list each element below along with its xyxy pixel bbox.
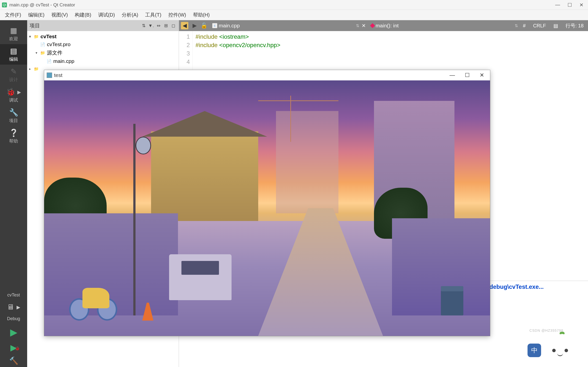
- function-selector[interactable]: main(): int: [368, 23, 401, 29]
- opencv-title-bar[interactable]: test — ☐ ✕: [44, 70, 490, 80]
- folder-icon: 📁: [40, 50, 45, 55]
- grid-icon: ▦: [0, 26, 27, 35]
- nav-forward-button[interactable]: ▶: [191, 22, 198, 29]
- run-button[interactable]: ▶: [10, 324, 17, 341]
- mode-welcome[interactable]: ▦欢迎: [0, 24, 27, 44]
- menu-help[interactable]: 帮助(H): [190, 10, 213, 20]
- menu-file[interactable]: 文件(F): [1, 10, 25, 20]
- mode-welcome-label: 欢迎: [9, 36, 18, 41]
- status-position[interactable]: 行号: 18: [563, 22, 586, 29]
- mode-edit[interactable]: ▤编辑: [0, 44, 27, 65]
- dropdown-icon[interactable]: ⇅: [141, 23, 147, 29]
- opencv-window[interactable]: test — ☐ ✕: [44, 70, 490, 336]
- debug-run-button[interactable]: ▶🐞: [10, 341, 17, 354]
- app-icon: Qt: [2, 2, 7, 7]
- menu-widgets[interactable]: 控件(W): [165, 10, 190, 20]
- title-bar: Qt main.cpp @ cvTest - Qt Creator — ☐ ✕: [0, 0, 588, 10]
- chevron-down-icon[interactable]: ▾: [36, 51, 40, 55]
- code-include: <opencv2/opencv.hpp>: [219, 42, 280, 48]
- popup-close-button[interactable]: ✕: [480, 72, 484, 78]
- opencv-image-content: [44, 80, 490, 336]
- mode-projects-label: 项目: [9, 118, 18, 123]
- project-header-label: 项目: [30, 22, 139, 29]
- ime-indicator[interactable]: 中: [528, 344, 541, 357]
- kit-selector[interactable]: 🖥 ▸: [0, 300, 27, 314]
- menu-analyze[interactable]: 分析(A): [118, 10, 142, 20]
- close-button[interactable]: ✕: [579, 2, 584, 8]
- nav-back-button[interactable]: ◀: [181, 22, 188, 29]
- dropdown-icon[interactable]: ⇅: [515, 23, 518, 28]
- pro-file-icon: 📄: [40, 42, 45, 47]
- opencv-window-icon: [47, 73, 52, 78]
- lock-icon[interactable]: 🔓: [201, 22, 207, 29]
- tree-main-label: main.cpp: [53, 58, 74, 64]
- watermark: CSDN @HZ355798: [529, 329, 563, 332]
- mode-help[interactable]: ❔帮助: [0, 126, 27, 147]
- tree-root-label: cvTest: [40, 34, 57, 39]
- tree-pro-file[interactable]: 📄 cvTest.pro: [27, 40, 179, 48]
- chevron-down-icon[interactable]: ▾: [29, 35, 34, 38]
- status-encoding-icon[interactable]: ▤: [551, 23, 561, 29]
- line-number: 1: [179, 33, 190, 41]
- chevron-right-icon[interactable]: ▸: [29, 67, 34, 71]
- function-label: main(): int: [376, 23, 399, 29]
- monitor-icon: 🖥 ▸: [7, 303, 20, 311]
- tree-sources-folder[interactable]: ▾ 📁 源文件: [27, 48, 179, 57]
- mascot-icon[interactable]: [541, 332, 586, 365]
- mode-projects[interactable]: 🔧项目: [0, 106, 27, 126]
- popup-minimize-button[interactable]: —: [450, 72, 455, 78]
- mode-debug-label: 调试: [9, 98, 18, 103]
- menu-edit[interactable]: 编辑(E): [25, 10, 48, 20]
- mode-design[interactable]: ✎设计: [0, 65, 27, 85]
- code-keyword: #include: [196, 33, 217, 40]
- tree-sources-label: 源文件: [47, 49, 62, 56]
- link-icon[interactable]: ⇔: [156, 23, 161, 29]
- build-button[interactable]: 🔨: [9, 354, 18, 367]
- window-title: main.cpp @ cvTest - Qt Creator: [9, 2, 555, 8]
- menu-build[interactable]: 构建(B): [71, 10, 95, 20]
- split-icon[interactable]: ◻: [170, 23, 176, 29]
- minimize-button[interactable]: —: [555, 2, 560, 8]
- editor-toolbar: ◀ ▶ 🔓 c main.cpp ⇅ ✕ main(): int ⇅ # CRL…: [179, 20, 588, 31]
- folder-icon: 📁: [34, 66, 39, 72]
- project-icon: 📁: [34, 34, 39, 39]
- menu-view[interactable]: 视图(V): [48, 10, 71, 20]
- line-number: 4: [179, 58, 190, 66]
- popup-maximize-button[interactable]: ☐: [465, 72, 470, 78]
- maximize-button[interactable]: ☐: [568, 2, 572, 8]
- window-controls: — ☐ ✕: [555, 2, 586, 8]
- pencil-icon: ✎: [0, 67, 27, 76]
- bug-icon: 🐞 ▸: [0, 88, 27, 96]
- file-tab-label: main.cpp: [219, 23, 240, 29]
- document-icon: ▤: [0, 47, 27, 55]
- file-tab[interactable]: c main.cpp: [210, 23, 242, 29]
- function-icon: [370, 23, 375, 28]
- project-header: 项目 ⇅ ▼. ⇔ ⊞ ◻: [27, 20, 179, 31]
- mode-design-label: 设计: [9, 77, 18, 82]
- menu-debug[interactable]: 调试(D): [95, 10, 118, 20]
- filter-icon[interactable]: ▼.: [148, 23, 154, 29]
- cpp-file-icon: 📄: [46, 58, 52, 64]
- add-icon[interactable]: ⊞: [163, 23, 169, 29]
- kit-config: Debug: [0, 314, 27, 324]
- status-hash[interactable]: #: [520, 23, 528, 29]
- close-tab-button[interactable]: ✕: [362, 23, 366, 29]
- tree-root[interactable]: ▾ 📁 cvTest: [27, 33, 179, 40]
- mode-help-label: 帮助: [9, 139, 18, 144]
- dropdown-icon[interactable]: ⇅: [356, 23, 359, 28]
- menu-bar: 文件(F) 编辑(E) 视图(V) 构建(B) 调试(D) 分析(A) 工具(T…: [0, 10, 588, 20]
- mode-bar: ▦欢迎 ▤编辑 ✎设计 🐞 ▸调试 🔧项目 ❔帮助 cvTest 🖥 ▸ Deb…: [0, 20, 27, 367]
- kit-project[interactable]: cvTest: [0, 290, 27, 300]
- help-icon: ❔: [0, 128, 27, 137]
- code-keyword: #include: [196, 42, 217, 48]
- status-line-ending[interactable]: CRLF: [530, 23, 548, 29]
- wrench-icon: 🔧: [0, 108, 27, 117]
- code-include: <iostream>: [219, 33, 249, 40]
- cpp-file-icon: c: [212, 23, 217, 28]
- opencv-window-title: test: [54, 72, 450, 78]
- line-number: 2: [179, 41, 190, 49]
- line-number: 3: [179, 49, 190, 58]
- mode-debug[interactable]: 🐞 ▸调试: [0, 85, 27, 106]
- tree-main-file[interactable]: 📄 main.cpp: [27, 57, 179, 65]
- menu-tools[interactable]: 工具(T): [142, 10, 165, 20]
